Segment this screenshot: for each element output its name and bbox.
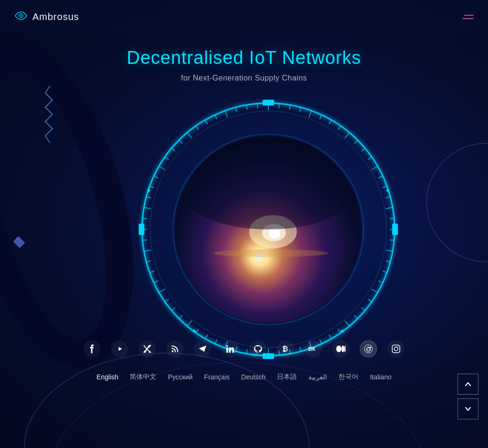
logo[interactable]: Ambrosus xyxy=(14,11,79,22)
svg-line-15 xyxy=(368,157,372,160)
facebook-icon[interactable] xyxy=(83,340,101,357)
svg-line-24 xyxy=(386,250,393,252)
svg-line-27 xyxy=(378,281,383,283)
svg-line-69 xyxy=(196,126,199,130)
svg-line-9 xyxy=(320,115,322,119)
lang-chinese[interactable]: 简体中文 xyxy=(130,373,156,381)
svg-line-34 xyxy=(329,335,332,339)
circle-svg xyxy=(135,96,402,363)
svg-point-99 xyxy=(336,346,342,352)
svg-line-12 xyxy=(345,132,350,138)
svg-line-47 xyxy=(196,329,199,333)
lang-french[interactable]: Français xyxy=(204,373,230,381)
svg-line-60 xyxy=(144,207,151,209)
svg-line-10 xyxy=(329,120,332,124)
scroll-down-button[interactable] xyxy=(458,398,478,419)
svg-line-50 xyxy=(172,307,175,310)
svg-line-25 xyxy=(386,261,390,262)
logo-eye-icon xyxy=(14,11,28,22)
circle-visualization xyxy=(135,96,402,363)
lang-korean[interactable]: 한국어 xyxy=(338,373,358,381)
svg-line-52 xyxy=(159,289,165,293)
svg-line-23 xyxy=(389,240,394,240)
svg-line-56 xyxy=(144,250,151,252)
lang-russian[interactable]: Русский xyxy=(168,373,193,381)
hero-title: Decentralised IoT Networks xyxy=(0,48,488,68)
svg-line-55 xyxy=(146,261,151,262)
svg-text:ВК: ВК xyxy=(308,346,315,352)
svg-point-1 xyxy=(20,15,22,16)
svg-line-49 xyxy=(179,316,183,319)
github-icon[interactable] xyxy=(249,340,266,357)
svg-line-19 xyxy=(386,197,390,198)
lang-german[interactable]: Deutsch xyxy=(241,373,265,381)
lang-arabic[interactable]: العربية xyxy=(308,373,327,381)
svg-point-101 xyxy=(345,346,346,352)
lang-italian[interactable]: Italiano xyxy=(370,373,391,381)
svg-point-105 xyxy=(369,349,370,350)
svg-line-64 xyxy=(159,166,165,170)
svg-line-6 xyxy=(289,105,290,110)
bitcoin-icon[interactable] xyxy=(277,340,294,357)
squiggle-decoration xyxy=(43,86,57,143)
svg-line-65 xyxy=(165,157,169,160)
svg-line-46 xyxy=(205,335,208,339)
svg-point-88 xyxy=(214,249,328,257)
svg-line-7 xyxy=(300,107,301,112)
svg-rect-84 xyxy=(139,224,144,235)
scroll-up-button[interactable] xyxy=(458,374,478,395)
svg-line-18 xyxy=(383,186,387,188)
svg-line-17 xyxy=(378,176,383,178)
svg-line-51 xyxy=(165,299,169,302)
navbar: Ambrosus xyxy=(0,0,488,33)
hamburger-menu[interactable] xyxy=(462,15,474,19)
vk-icon[interactable]: ВК xyxy=(305,340,322,357)
svg-line-67 xyxy=(179,140,183,143)
svg-line-29 xyxy=(368,299,372,302)
svg-line-53 xyxy=(154,281,158,283)
svg-line-70 xyxy=(205,120,208,124)
svg-line-75 xyxy=(257,103,258,108)
svg-line-57 xyxy=(142,240,147,240)
svg-point-100 xyxy=(342,346,345,352)
svg-line-8 xyxy=(309,111,312,117)
svg-line-54 xyxy=(150,271,154,272)
svg-point-110 xyxy=(394,347,398,351)
language-bar: English 简体中文 Русский Français Deutsch 日本… xyxy=(0,373,488,381)
lang-japanese[interactable]: 日本語 xyxy=(277,373,297,381)
svg-point-95 xyxy=(172,350,173,352)
linkedin-icon[interactable] xyxy=(222,340,239,357)
nav-arrows xyxy=(458,374,478,419)
svg-line-26 xyxy=(383,271,387,272)
svg-rect-82 xyxy=(392,224,398,235)
reddit-icon[interactable] xyxy=(360,340,377,357)
svg-line-61 xyxy=(146,197,151,198)
medium-icon[interactable] xyxy=(332,340,349,357)
lang-english[interactable]: English xyxy=(96,373,118,381)
svg-line-33 xyxy=(338,329,341,333)
svg-marker-94 xyxy=(119,347,122,351)
svg-line-16 xyxy=(372,166,378,170)
svg-point-104 xyxy=(367,349,368,350)
social-bar: ВК xyxy=(0,340,488,357)
svg-rect-96 xyxy=(226,347,228,353)
svg-point-107 xyxy=(368,347,369,348)
instagram-icon[interactable] xyxy=(387,340,405,357)
svg-line-21 xyxy=(389,218,394,219)
svg-line-66 xyxy=(172,148,175,151)
svg-line-20 xyxy=(386,207,393,209)
svg-line-63 xyxy=(154,176,158,178)
svg-line-13 xyxy=(354,140,357,143)
svg-line-14 xyxy=(362,148,366,151)
svg-line-68 xyxy=(187,132,192,138)
hero-subtitle: for Next-Generation Supply Chains xyxy=(0,74,488,82)
twitter-icon[interactable] xyxy=(139,340,156,357)
youtube-icon[interactable] xyxy=(111,340,128,357)
svg-line-71 xyxy=(215,115,217,119)
svg-rect-81 xyxy=(263,100,274,105)
svg-line-32 xyxy=(345,321,350,326)
rss-icon[interactable] xyxy=(166,340,183,357)
svg-point-102 xyxy=(365,345,373,353)
telegram-icon[interactable] xyxy=(194,340,211,357)
svg-line-48 xyxy=(187,321,192,326)
